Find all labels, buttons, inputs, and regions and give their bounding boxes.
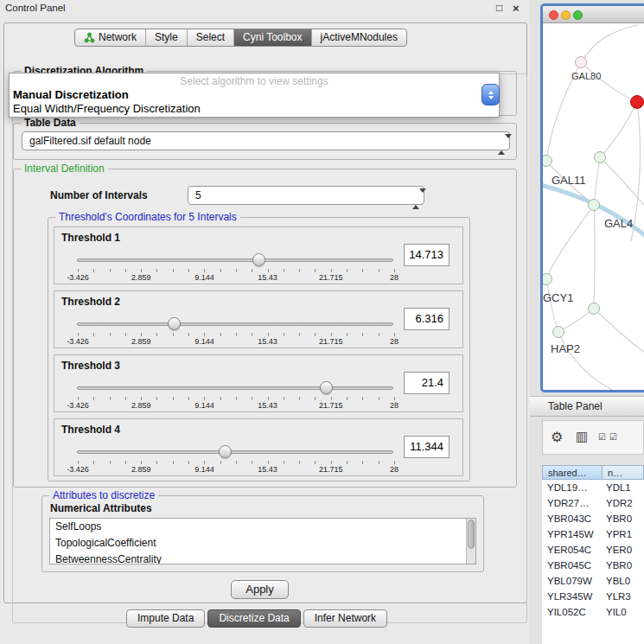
cell-shared-name: YPR145W xyxy=(542,526,603,542)
number-of-intervals-combobox[interactable]: 5 xyxy=(188,186,424,205)
number-of-intervals-value: 5 xyxy=(195,189,201,201)
dropdown-option-equal-width-frequency[interactable]: Equal Width/Frequency Discretization xyxy=(10,102,499,116)
scale-label: 28 xyxy=(390,401,399,410)
threshold-panel: Threshold 2 -3.426 2.859 9.144 15.43 21.… xyxy=(54,290,463,348)
list-item[interactable]: TopologicalCoefficient xyxy=(50,535,475,552)
slider-thumb[interactable] xyxy=(252,253,265,266)
slider-track[interactable] xyxy=(77,322,393,326)
list-item[interactable]: SelfLoops xyxy=(50,519,475,535)
checkbox-icon[interactable]: ☑ xyxy=(609,432,617,442)
scrollbar-thumb[interactable] xyxy=(468,520,475,549)
table-row[interactable]: YER054C YER0 xyxy=(542,542,644,558)
numerical-attributes-list: SelfLoops TopologicalCoefficient Between… xyxy=(49,518,476,564)
tab-cyni-toolbox[interactable]: Cyni Toolbox xyxy=(234,29,311,46)
table-panel-titlebar: Table Panel xyxy=(530,396,644,417)
network-view-window[interactable]: GAL80 GAL11 GAL4 GCY1 HAP2 xyxy=(540,3,644,392)
table-data-group: Table Data galFiltered.sif default node xyxy=(13,123,517,160)
threshold-2-slider[interactable] xyxy=(77,316,393,331)
combo-up-arrow-icon xyxy=(488,91,494,94)
threshold-3-value-field[interactable]: 21.4 xyxy=(404,372,450,394)
scale-label: 28 xyxy=(390,465,399,474)
scale-label: -3.426 xyxy=(67,401,89,410)
threshold-4-slider[interactable] xyxy=(77,444,393,459)
network-node[interactable] xyxy=(594,151,606,163)
algorithm-dropdown-popup: Select algorithm to view settings Manual… xyxy=(9,73,500,118)
highlighted-network-node[interactable] xyxy=(630,95,644,109)
threshold-label: Threshold 3 xyxy=(61,360,120,372)
list-item[interactable]: BetweennessCentrality xyxy=(50,552,475,564)
scale-label: 21.715 xyxy=(319,401,343,410)
threshold-3-slider[interactable] xyxy=(77,380,393,395)
gear-icon[interactable]: ⚙ xyxy=(551,429,563,445)
cell-name: YDL1 xyxy=(603,480,644,495)
algorithm-combo-arrows-button[interactable] xyxy=(481,84,500,105)
slider-track[interactable] xyxy=(77,258,393,262)
table-panel-title: Table Panel xyxy=(548,400,603,412)
scale-label: 9.144 xyxy=(194,465,214,474)
scale-label: 15.43 xyxy=(258,401,277,410)
columns-icon[interactable]: ▥ xyxy=(576,429,588,444)
tab-select[interactable]: Select xyxy=(188,29,234,46)
tab-infer-network[interactable]: Infer Network xyxy=(303,609,387,628)
tab-network[interactable]: Network xyxy=(75,29,146,46)
table-row[interactable]: YPR145W YPR1 xyxy=(542,526,644,542)
node-label: HAP2 xyxy=(551,342,580,355)
cell-shared-name: YBL079W xyxy=(542,573,603,589)
tab-label: Style xyxy=(155,29,178,46)
slider-thumb[interactable] xyxy=(168,317,181,330)
spinner-arrows-icon xyxy=(498,136,505,153)
network-canvas[interactable]: GAL80 GAL11 GAL4 GCY1 HAP2 xyxy=(543,23,644,392)
slider-track[interactable] xyxy=(77,450,393,454)
float-window-icon[interactable]: □ xyxy=(496,2,502,14)
tab-label: Network xyxy=(99,29,137,46)
tab-discretize-data[interactable]: Discretize Data xyxy=(207,609,300,628)
network-node[interactable] xyxy=(588,199,600,211)
slider-scale: -3.426 2.859 9.144 15.43 21.715 28 xyxy=(78,273,394,283)
table-row[interactable]: YDL19… YDL1 xyxy=(542,480,644,495)
tab-style[interactable]: Style xyxy=(146,29,188,46)
dropdown-option-manual-discretization[interactable]: Manual Discretization xyxy=(10,88,499,102)
threshold-4-value-field[interactable]: 11.344 xyxy=(404,436,450,458)
interval-definition-group-title: Interval Definition xyxy=(21,163,108,175)
scale-label: 2.859 xyxy=(131,337,151,346)
slider-track[interactable] xyxy=(77,386,393,390)
network-node[interactable] xyxy=(552,326,564,338)
slider-scale: -3.426 2.859 9.144 15.43 21.715 28 xyxy=(78,337,394,347)
table-data-combobox[interactable]: galFiltered.sif default node xyxy=(22,131,510,150)
network-node[interactable] xyxy=(540,273,552,285)
combo-down-arrow-icon xyxy=(488,96,494,99)
scale-label: 21.715 xyxy=(319,273,343,282)
threshold-1-slider[interactable] xyxy=(77,252,393,267)
network-node[interactable] xyxy=(540,155,552,167)
threshold-label: Threshold 4 xyxy=(61,424,120,436)
table-row[interactable]: YBR045C YBR0 xyxy=(542,558,644,573)
table-row[interactable]: YBL079W YBL0 xyxy=(542,573,644,589)
tab-label: jActiveMNodules xyxy=(321,29,398,46)
list-scrollbar[interactable] xyxy=(466,519,475,564)
column-header-name[interactable]: n… xyxy=(603,465,644,480)
cell-shared-name: YDL19… xyxy=(542,480,603,495)
threshold-1-value-field[interactable]: 14.713 xyxy=(404,244,450,266)
close-traffic-light[interactable] xyxy=(549,10,558,20)
zoom-traffic-light[interactable] xyxy=(573,10,583,20)
cell-name: YPR1 xyxy=(603,526,644,542)
apply-button[interactable]: Apply xyxy=(231,580,289,599)
slider-thumb[interactable] xyxy=(320,381,333,394)
cell-shared-name: YIL052C xyxy=(542,604,603,620)
column-header-shared-name[interactable]: shared… xyxy=(542,465,603,480)
network-window-titlebar xyxy=(543,6,644,23)
network-node[interactable] xyxy=(588,303,600,315)
checkbox-icon[interactable]: ☑ xyxy=(598,432,606,442)
tab-impute-data[interactable]: Impute Data xyxy=(126,609,205,628)
slider-ticks xyxy=(78,269,395,272)
threshold-2-value-field[interactable]: 6.316 xyxy=(404,308,450,330)
slider-thumb[interactable] xyxy=(219,445,232,458)
close-icon[interactable]: × xyxy=(513,2,520,15)
minimize-traffic-light[interactable] xyxy=(561,10,571,20)
network-node[interactable] xyxy=(575,56,587,68)
table-row[interactable]: YDR27… YDR2 xyxy=(542,495,644,511)
table-row[interactable]: YIL052C YIL0 xyxy=(542,604,644,620)
tab-jactivemnodules[interactable]: jActiveMNodules xyxy=(312,29,406,46)
table-row[interactable]: YLR345W YLR3 xyxy=(542,589,644,604)
table-row[interactable]: YBR043C YBR0 xyxy=(542,511,644,526)
